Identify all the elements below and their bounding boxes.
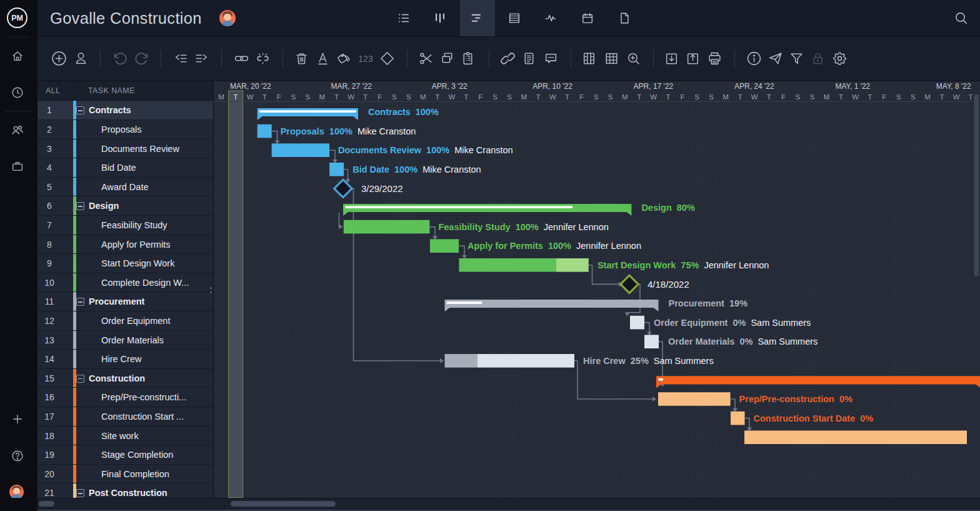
svg-text:T: T (868, 93, 872, 101)
svg-text:F: F (781, 93, 786, 101)
svg-text:T: T (536, 93, 541, 101)
svg-text:Construction Start Date 0%: Construction Start Date 0% (754, 413, 874, 423)
svg-text:M: M (722, 93, 729, 101)
svg-text:MAY, 1 '22: MAY, 1 '22 (835, 82, 870, 91)
svg-text:T: T (666, 93, 670, 101)
svg-text:T: T (262, 93, 267, 101)
svg-text:T: T (637, 93, 641, 101)
svg-text:T: T (939, 93, 944, 101)
svg-text:F: F (680, 93, 684, 101)
svg-text:Prep/Pre-construction 0%: Prep/Pre-construction 0% (739, 394, 852, 404)
svg-text:W: W (549, 93, 556, 101)
svg-text:S: S (392, 93, 397, 101)
svg-text:F: F (479, 93, 483, 101)
svg-text:T: T (767, 93, 771, 101)
svg-text:T: T (738, 93, 742, 101)
svg-text:S: S (911, 93, 916, 101)
svg-text:Procurement 19%: Procurement 19% (669, 298, 748, 308)
svg-text:MAR, 20 '22: MAR, 20 '22 (230, 82, 271, 91)
svg-text:S: S (608, 93, 613, 101)
svg-text:S: S (709, 93, 714, 101)
svg-text:MAY, 8 '22: MAY, 8 '22 (936, 82, 971, 91)
svg-text:F: F (277, 93, 281, 101)
svg-text:T: T (969, 93, 973, 101)
svg-text:M: M (319, 93, 326, 101)
svg-text:123: 123 (358, 53, 373, 63)
svg-text:Start Design Work 75%Jennifer: Start Design Work 75%Jennifer Lennon (598, 260, 769, 270)
svg-text:Hire Crew 25%Sam Summers: Hire Crew 25%Sam Summers (583, 356, 714, 366)
svg-text:S: S (306, 93, 311, 101)
svg-text:T: T (234, 93, 238, 101)
svg-text:T: T (839, 93, 843, 101)
svg-text:3/29/2022: 3/29/2022 (361, 183, 403, 194)
svg-text:T: T (464, 93, 468, 101)
svg-text:W: W (953, 93, 960, 101)
svg-text:M: M (420, 93, 426, 101)
svg-text:S: S (594, 93, 599, 101)
svg-text:APR, 24 '22: APR, 24 '22 (734, 82, 774, 91)
svg-text:M: M (218, 93, 224, 101)
svg-text:S: S (796, 93, 801, 101)
svg-text:F: F (579, 93, 584, 101)
svg-text:F: F (378, 93, 382, 101)
svg-text:Documents Review 100%Mike Cra: Documents Review 100%Mike Cranston (338, 145, 513, 155)
svg-text:Proposals 100%Mike Cranston: Proposals 100%Mike Cranston (281, 126, 416, 136)
svg-text:APR, 10 '22: APR, 10 '22 (532, 82, 572, 91)
svg-text:Design 80%: Design 80% (641, 203, 695, 213)
svg-text:W: W (247, 93, 254, 101)
svg-text:4/18/2022: 4/18/2022 (648, 279, 689, 290)
svg-text:T: T (363, 93, 368, 101)
svg-text:M: M (924, 93, 931, 101)
svg-text:F: F (882, 93, 886, 101)
svg-text:M: M (622, 93, 628, 101)
svg-text:W: W (348, 93, 354, 101)
svg-text:W: W (650, 93, 657, 101)
svg-text:S: S (694, 93, 699, 101)
svg-text:Contracts 100%: Contracts 100% (368, 107, 439, 117)
svg-text:M: M (521, 93, 528, 101)
svg-text:Order Equipment 0%Sam Summers: Order Equipment 0%Sam Summers (654, 318, 811, 328)
svg-text:T: T (334, 93, 339, 101)
svg-text:Bid Date 100%Mike Cranston: Bid Date 100%Mike Cranston (352, 164, 481, 175)
svg-text:W: W (449, 93, 456, 101)
svg-text:Apply for Permits 100%Jennife: Apply for Permits 100%Jennifer Lennon (468, 241, 641, 251)
svg-text:T: T (435, 93, 439, 101)
svg-text:W: W (751, 93, 758, 101)
svg-text:APR, 17 '22: APR, 17 '22 (634, 82, 674, 91)
svg-text:S: S (291, 93, 296, 101)
svg-text:M: M (824, 93, 830, 101)
svg-text:S: S (507, 93, 512, 101)
svg-text:S: S (492, 93, 498, 101)
svg-text:Feasibility Study 100%Jennife: Feasibility Study 100%Jennifer Lennon (438, 222, 608, 232)
svg-text:W: W (852, 93, 859, 101)
svg-text:MAR, 27 '22: MAR, 27 '22 (331, 82, 372, 91)
svg-text:S: S (810, 93, 815, 101)
svg-text:APR, 3 '22: APR, 3 '22 (432, 82, 468, 91)
svg-text:S: S (406, 93, 411, 101)
svg-text:Order Materials 0%Sam Summers: Order Materials 0%Sam Summers (668, 336, 818, 347)
svg-text:S: S (896, 93, 901, 101)
svg-text:T: T (565, 93, 569, 101)
